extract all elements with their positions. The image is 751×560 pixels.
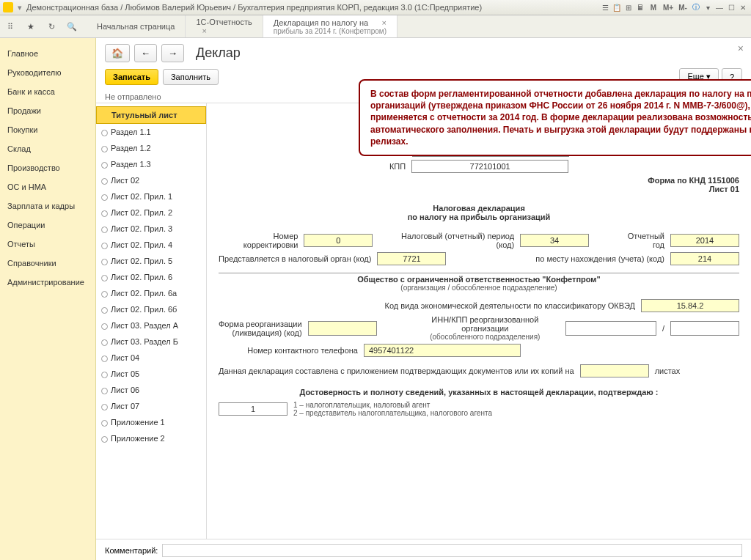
field-place[interactable]: 214 (670, 252, 739, 265)
field-reorg-inn[interactable] (565, 321, 656, 336)
form-area: Приложение №1 к приказу ФНС России от "2… (207, 103, 751, 539)
tool-icon[interactable]: ⊞ (623, 2, 634, 12)
field-reorg[interactable] (308, 321, 377, 336)
sidebar-item[interactable]: Зарплата и кадры (0, 196, 95, 215)
save-button[interactable]: Записать (105, 69, 158, 85)
tab-home[interactable]: Начальная страница (87, 15, 186, 37)
minimize-icon[interactable]: — (714, 2, 725, 12)
form-code: Форма по КНД 1151006 (219, 176, 739, 185)
maximize-icon[interactable]: ☐ (726, 2, 736, 12)
tab-bar: ⠿ ★ ↻ 🔍 Начальная страница 1С-Отчетность… (0, 15, 751, 38)
sidebar-item[interactable]: Производство (0, 158, 95, 177)
title-bar: ▾ Демонстрационная база / Любимов Валери… (0, 0, 751, 15)
sidebar-item[interactable]: Покупки (0, 120, 95, 139)
label-attach: Данная декларация составлена с приложени… (219, 366, 574, 375)
section-item[interactable]: Лист 03. Раздел А (96, 317, 206, 334)
field-organ[interactable]: 7721 (377, 252, 446, 265)
page-title: Деклар (196, 45, 241, 61)
field-year[interactable]: 2014 (670, 234, 739, 247)
m-button[interactable]: M (647, 2, 660, 12)
star-icon[interactable]: ★ (22, 18, 40, 35)
m-plus-button[interactable]: M+ (662, 2, 675, 12)
label-reorg: Форма реорганизации (219, 320, 302, 328)
field-period[interactable]: 34 (520, 234, 589, 247)
section-item[interactable]: Лист 02 (96, 172, 206, 188)
sidebar-item[interactable]: ОС и НМА (0, 177, 95, 196)
home-button[interactable]: 🏠 (105, 44, 130, 62)
tab-declaration[interactable]: Декларация по налогу на× прибыль за 2014… (263, 15, 398, 37)
tool-icon[interactable]: 🖩 (635, 2, 645, 12)
section-item[interactable]: Приложение 1 (96, 414, 206, 430)
label-reorg2: (ликвидация) (код) (219, 328, 302, 337)
sidebar-item[interactable]: Руководителю (0, 63, 95, 82)
confirm-title: Достоверность и полноту сведений, указан… (219, 388, 739, 397)
label-correction: Номер корректировки (219, 232, 298, 249)
section-item[interactable]: Раздел 1.2 (96, 140, 206, 156)
app-dropdown-icon[interactable]: ▾ (18, 3, 22, 12)
sidebar-item[interactable]: Склад (0, 139, 95, 158)
field-attach[interactable] (580, 364, 649, 377)
tab-close-icon[interactable]: × (382, 18, 387, 27)
label-organ: Представляется в налоговый орган (код) (219, 254, 371, 263)
field-confirm[interactable]: 1 (219, 402, 287, 416)
close-icon[interactable]: ✕ (738, 2, 748, 12)
m-minus-button[interactable]: M- (676, 2, 689, 12)
section-item[interactable]: Лист 04 (96, 350, 206, 366)
field-phone[interactable]: 4957401122 (364, 344, 521, 357)
tool-icon[interactable]: 📋 (612, 2, 622, 12)
sidebar-item[interactable]: Отчеты (0, 235, 95, 254)
org-name: Общество с ограниченной ответственностью… (219, 275, 739, 284)
close-form-icon[interactable]: × (738, 43, 744, 54)
section-item[interactable]: Лист 06 (96, 382, 206, 398)
sidebar-item[interactable]: Продажи (0, 101, 95, 120)
tab-close-icon[interactable]: × (202, 26, 252, 35)
history-icon[interactable]: ↻ (43, 18, 60, 35)
section-item[interactable]: Лист 07 (96, 398, 206, 414)
sidebar-item[interactable]: Операции (0, 215, 95, 235)
sidebar-item[interactable]: Администрирование (0, 273, 95, 292)
field-reorg-kpp[interactable] (670, 321, 739, 336)
confirm-legend: 1 – налогоплательщик, налоговый агент 2 … (293, 401, 492, 417)
comment-input[interactable] (162, 544, 742, 557)
forward-button[interactable]: → (161, 44, 184, 62)
window-title: Демонстрационная база / Любимов Валерий … (26, 3, 482, 12)
toolbar: 🏠 ← → Деклар (96, 38, 751, 68)
section-item[interactable]: Титульный лист (96, 106, 206, 124)
info-icon[interactable]: ⓘ (691, 2, 701, 12)
sidebar-item[interactable]: Банк и касса (0, 82, 95, 101)
section-item[interactable]: Приложение 2 (96, 430, 206, 446)
section-item[interactable]: Лист 02. Прил. 6б (96, 301, 206, 317)
sidebar-item[interactable]: Справочники (0, 254, 95, 273)
sheet-number: Лист 01 (219, 185, 739, 194)
section-item[interactable]: Лист 02. Прил. 4 (96, 237, 206, 253)
section-item[interactable]: Лист 02. Прил. 5 (96, 253, 206, 269)
section-item[interactable]: Лист 02. Прил. 1 (96, 188, 206, 205)
back-button[interactable]: ← (134, 44, 157, 62)
field-okved[interactable]: 15.84.2 (641, 299, 739, 312)
label-okved: Код вида экономической деятельности по к… (219, 301, 635, 310)
field-kpp[interactable]: 772101001 (411, 160, 568, 173)
fill-button[interactable]: Заполнить (163, 69, 219, 85)
field-correction[interactable]: 0 (304, 234, 373, 247)
section-item[interactable]: Лист 05 (96, 366, 206, 382)
section-item[interactable]: Лист 02. Прил. 2 (96, 205, 206, 221)
section-item[interactable]: Раздел 1.3 (96, 156, 206, 172)
label-phone: Номер контактного телефона (219, 346, 358, 355)
info-callout: В состав форм регламентированной отчетно… (359, 79, 751, 156)
section-item[interactable]: Лист 02. Прил. 3 (96, 221, 206, 237)
toolbar-icons: ☰ 📋 ⊞ 🖩 M M+ M- ⓘ ▾ — ☐ ✕ (600, 2, 748, 12)
tool-icon[interactable]: ☰ (600, 2, 610, 12)
label-comment: Комментарий: (105, 546, 158, 555)
sidebar-item[interactable]: Главное (0, 44, 95, 63)
search-icon[interactable]: 🔍 (63, 18, 81, 35)
section-item[interactable]: Лист 02. Прил. 6 (96, 269, 206, 285)
section-item[interactable]: Лист 02. Прил. 6а (96, 285, 206, 301)
label-kpp: КПП (389, 162, 406, 171)
org-hint: (организация / обособленное подразделени… (219, 284, 739, 292)
dropdown-icon[interactable]: ▾ (703, 2, 713, 12)
tab-reporting[interactable]: 1С-Отчетность× (186, 15, 263, 37)
section-item[interactable]: Раздел 1.1 (96, 124, 206, 140)
sidebar: Главное Руководителю Банк и касса Продаж… (0, 38, 96, 560)
section-item[interactable]: Лист 03. Раздел Б (96, 334, 206, 350)
apps-icon[interactable]: ⠿ (1, 18, 19, 35)
